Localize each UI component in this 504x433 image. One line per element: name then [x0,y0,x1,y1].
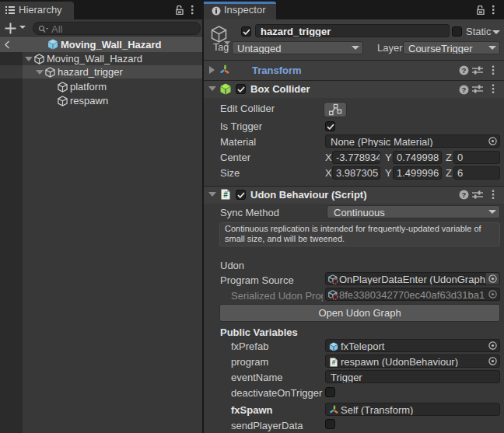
svg-text:?: ? [462,190,467,199]
svg-text:#: # [223,190,228,199]
svg-text:?: ? [462,86,467,94]
svg-text:?: ? [462,66,467,75]
svg-text:#: # [332,358,336,366]
